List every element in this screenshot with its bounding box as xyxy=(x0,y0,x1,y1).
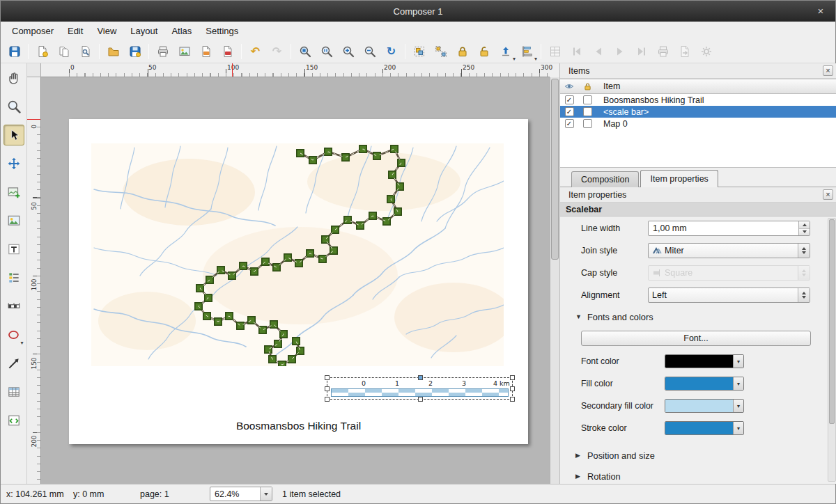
tab-composition[interactable]: Composition xyxy=(571,171,639,187)
item-row-map-0[interactable]: ✓ Map 0 xyxy=(560,118,836,129)
menu-composer[interactable]: Composer xyxy=(5,24,61,38)
zoom-in-button[interactable] xyxy=(337,42,359,61)
add-html-frame-button[interactable] xyxy=(3,410,24,431)
items-panel-close-button[interactable]: × xyxy=(823,65,833,76)
properties-scrollbar[interactable] xyxy=(828,218,836,482)
atlas-export-button[interactable] xyxy=(674,42,695,61)
undo-button[interactable]: ↶ xyxy=(245,42,266,61)
spin-up-button[interactable] xyxy=(799,221,810,229)
duplicate-composer-button[interactable] xyxy=(53,42,75,61)
scrollbar-thumb[interactable] xyxy=(829,219,835,424)
new-composer-button[interactable] xyxy=(31,42,53,61)
rotation-group-header[interactable]: ▶ Rotation xyxy=(575,469,836,483)
visibility-checkbox[interactable]: ✓ xyxy=(565,95,574,104)
composition-canvas[interactable]: 0 1 2 3 4 km xyxy=(41,77,550,484)
scalebar-item[interactable]: 0 1 2 3 4 km xyxy=(327,377,513,400)
map-item[interactable] xyxy=(91,143,504,366)
font-color-button[interactable]: ▾ xyxy=(665,354,744,368)
menu-layout[interactable]: Layout xyxy=(123,24,164,38)
raise-items-button[interactable]: ▾ xyxy=(495,42,516,61)
selection-handle-n[interactable] xyxy=(418,375,423,380)
lock-items-button[interactable] xyxy=(451,42,473,61)
font-button[interactable]: Font... xyxy=(581,331,811,346)
atlas-preview-button[interactable] xyxy=(544,42,566,61)
save-as-template-button[interactable] xyxy=(124,42,146,61)
add-image-button[interactable] xyxy=(3,210,24,231)
refresh-button[interactable]: ↻ xyxy=(380,42,402,61)
position-and-size-group-header[interactable]: ▶ Position and size xyxy=(575,448,836,462)
canvas-vertical-scrollbar[interactable] xyxy=(550,77,559,484)
export-svg-button[interactable] xyxy=(195,42,217,61)
add-map-button[interactable] xyxy=(3,182,24,203)
dropdown-arrow-icon[interactable] xyxy=(260,487,272,501)
export-pdf-button[interactable] xyxy=(217,42,238,61)
redo-button[interactable]: ↷ xyxy=(266,42,288,61)
zoom-out-button[interactable] xyxy=(359,42,380,61)
atlas-previous-feature-button[interactable] xyxy=(587,42,609,61)
zoom-level-value[interactable]: 62.4% xyxy=(210,489,260,499)
atlas-print-button[interactable] xyxy=(652,42,674,61)
atlas-settings-button[interactable] xyxy=(695,42,717,61)
spin-down-button[interactable] xyxy=(799,229,810,236)
zoom-tool-button[interactable] xyxy=(3,96,24,117)
lock-checkbox[interactable] xyxy=(583,119,592,128)
dropdown-arrow-icon[interactable]: ▾ xyxy=(733,355,743,368)
item-label[interactable]: Boosmansbos Hiking Trail xyxy=(596,95,836,105)
window-close-button[interactable]: × xyxy=(814,5,827,17)
selection-handle-ne[interactable] xyxy=(510,375,515,380)
export-image-button[interactable] xyxy=(173,42,195,61)
add-legend-button[interactable] xyxy=(3,267,24,288)
selection-handle-sw[interactable] xyxy=(325,397,330,402)
item-label[interactable]: Map 0 xyxy=(596,119,836,129)
dropdown-arrow-icon[interactable]: ▾ xyxy=(733,422,743,434)
fill-color-button[interactable]: ▾ xyxy=(665,377,744,391)
ungroup-items-button[interactable] xyxy=(430,42,451,61)
item-label[interactable]: <scale bar> xyxy=(596,107,836,117)
atlas-next-feature-button[interactable] xyxy=(609,42,630,61)
item-row-hiking-trail[interactable]: ✓ Boosmansbos Hiking Trail xyxy=(560,94,836,106)
add-arrow-button[interactable] xyxy=(3,353,24,374)
scrollbar-thumb[interactable] xyxy=(551,79,559,260)
group-items-button[interactable] xyxy=(408,42,430,61)
tab-item-properties[interactable]: Item properties xyxy=(640,170,718,187)
print-button[interactable] xyxy=(152,42,173,61)
selection-handle-e[interactable] xyxy=(510,386,515,391)
alignment-combo[interactable]: Left xyxy=(648,288,810,303)
line-width-spinbox[interactable]: 1,00 mm xyxy=(648,221,810,236)
cap-style-combo[interactable]: Square xyxy=(648,265,810,281)
pan-tool-button[interactable] xyxy=(3,68,24,88)
lock-checkbox[interactable] xyxy=(583,107,592,116)
title-bar[interactable]: Composer 1 × xyxy=(1,1,835,22)
zoom-full-button[interactable] xyxy=(294,42,316,61)
map-title-label-item[interactable]: Boosmansbos Hiking Trail xyxy=(69,420,528,432)
lock-checkbox[interactable] xyxy=(583,95,592,104)
select-move-item-tool-button[interactable] xyxy=(3,125,24,145)
item-row-scale-bar[interactable]: ✓ <scale bar> xyxy=(560,106,836,118)
join-style-combo[interactable]: Miter xyxy=(648,243,810,258)
menu-view[interactable]: View xyxy=(90,24,123,38)
atlas-first-feature-button[interactable] xyxy=(566,42,587,61)
add-label-button[interactable] xyxy=(3,239,24,260)
align-items-button[interactable]: ▾ xyxy=(516,42,538,61)
menu-settings[interactable]: Settings xyxy=(199,24,245,38)
add-attribute-table-button[interactable] xyxy=(3,381,24,402)
add-scalebar-button[interactable] xyxy=(3,296,24,317)
dropdown-arrow-icon[interactable]: ▾ xyxy=(733,377,743,390)
selection-handle-w[interactable] xyxy=(325,386,330,391)
selection-handle-nw[interactable] xyxy=(325,375,330,380)
visibility-checkbox[interactable]: ✓ xyxy=(565,107,574,116)
item-properties-close-button[interactable]: × xyxy=(823,189,833,200)
selection-handle-se[interactable] xyxy=(510,397,515,402)
zoom-actual-button[interactable] xyxy=(316,42,337,61)
selection-handle-s[interactable] xyxy=(418,397,423,402)
load-from-template-button[interactable] xyxy=(102,42,124,61)
fonts-and-colors-group-header[interactable]: ▼ Fonts and colors xyxy=(575,310,836,324)
zoom-level-combo[interactable]: 62.4% xyxy=(210,487,272,501)
spin-buttons[interactable] xyxy=(798,221,810,235)
visibility-checkbox[interactable]: ✓ xyxy=(565,119,574,128)
line-width-value[interactable]: 1,00 mm xyxy=(649,221,798,235)
unlock-items-button[interactable] xyxy=(473,42,495,61)
move-item-content-tool-button[interactable] xyxy=(3,153,24,174)
menu-atlas[interactable]: Atlas xyxy=(164,24,199,38)
menu-edit[interactable]: Edit xyxy=(61,24,90,38)
